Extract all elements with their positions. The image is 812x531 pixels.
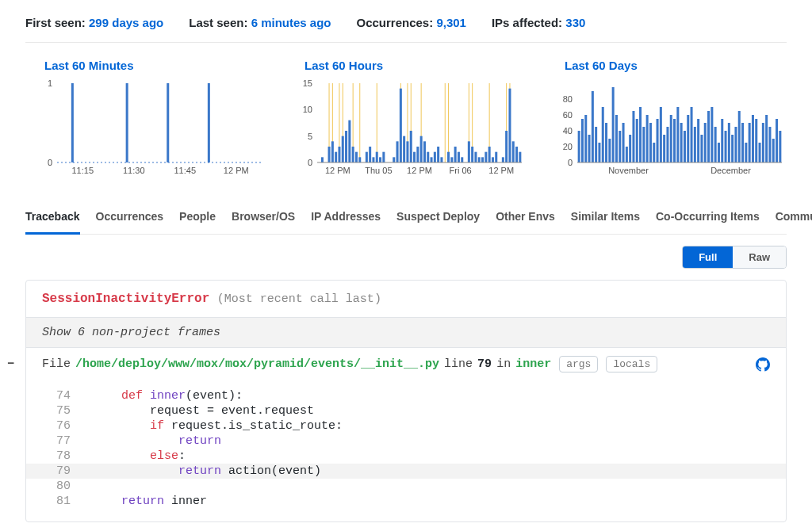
view-raw-button[interactable]: Raw <box>733 246 786 268</box>
first-seen-value[interactable]: 299 days ago <box>89 16 163 29</box>
github-icon[interactable] <box>756 357 770 372</box>
args-button[interactable]: args <box>559 356 598 372</box>
tab-co-occurring-items[interactable]: Co-Occurring Items <box>656 201 760 234</box>
svg-rect-106 <box>612 87 615 162</box>
svg-rect-139 <box>725 131 727 162</box>
svg-rect-97 <box>581 119 584 162</box>
svg-rect-56 <box>413 152 416 162</box>
svg-rect-122 <box>666 127 668 162</box>
svg-rect-107 <box>615 115 618 162</box>
svg-rect-43 <box>358 157 361 162</box>
code-line: 81 return inner <box>26 494 786 509</box>
svg-rect-155 <box>779 131 781 162</box>
tab-occurrences[interactable]: Occurrences <box>96 201 164 234</box>
svg-rect-153 <box>772 139 775 162</box>
svg-rect-62 <box>434 152 436 162</box>
svg-text:12 PM: 12 PM <box>224 166 249 175</box>
svg-rect-114 <box>639 107 642 162</box>
svg-rect-82 <box>512 141 515 162</box>
traceback-header: SessionInactivityError (Most recent call… <box>26 281 786 318</box>
svg-rect-132 <box>700 135 703 162</box>
chart-title: Last 60 Days <box>546 59 787 72</box>
svg-rect-148 <box>755 119 757 162</box>
svg-rect-64 <box>440 157 442 162</box>
tab-browser-os[interactable]: Browser/OS <box>232 201 295 234</box>
show-nonproject-frames[interactable]: Show 6 non-project frames <box>26 318 786 348</box>
ips-label: IPs affected: <box>492 16 562 29</box>
svg-rect-60 <box>427 152 429 162</box>
svg-rect-37 <box>338 147 340 162</box>
svg-rect-73 <box>478 157 481 162</box>
svg-text:80: 80 <box>563 94 573 104</box>
svg-rect-39 <box>345 131 347 162</box>
svg-rect-120 <box>660 107 662 162</box>
svg-rect-123 <box>670 115 672 162</box>
svg-rect-72 <box>474 152 477 162</box>
svg-rect-46 <box>372 157 374 162</box>
tab-other-envs[interactable]: Other Envs <box>496 201 555 234</box>
svg-rect-154 <box>776 119 778 162</box>
stat-ips: IPs affected: 330 <box>492 16 585 29</box>
svg-text:15: 15 <box>303 78 312 88</box>
code-line: 74 def inner(event): <box>26 388 786 403</box>
code-text: return <box>93 434 221 448</box>
stat-last-seen: Last seen: 6 minutes ago <box>189 16 331 29</box>
svg-rect-83 <box>515 147 518 162</box>
svg-rect-151 <box>765 115 768 162</box>
code-text: else: <box>93 449 186 463</box>
line-number: 80 <box>42 479 71 493</box>
chart-hours: Last 60 Hours 05101512 PMThu 0512 PMFri … <box>285 59 527 181</box>
code-block: 74 def inner(event): 75 request = event.… <box>26 380 786 521</box>
svg-rect-141 <box>731 135 733 162</box>
svg-rect-42 <box>355 152 358 162</box>
svg-rect-65 <box>447 152 450 162</box>
svg-rect-110 <box>626 147 628 162</box>
ips-value[interactable]: 330 <box>565 16 585 29</box>
svg-rect-116 <box>646 115 649 162</box>
svg-text:5: 5 <box>308 132 312 141</box>
svg-rect-127 <box>684 131 686 162</box>
tab-similar-items[interactable]: Similar Items <box>571 201 640 234</box>
svg-rect-99 <box>588 135 591 162</box>
tab-people[interactable]: People <box>179 201 216 234</box>
last-seen-value[interactable]: 6 minutes ago <box>251 16 331 29</box>
svg-text:0: 0 <box>308 158 312 167</box>
svg-rect-111 <box>629 135 631 162</box>
svg-text:12 PM: 12 PM <box>325 166 350 175</box>
svg-text:0: 0 <box>48 158 52 167</box>
tab-traceback[interactable]: Traceback <box>25 201 80 235</box>
svg-rect-126 <box>680 123 683 162</box>
svg-rect-124 <box>673 119 676 162</box>
frame-header: − File /home/deploy/www/mox/mox/pyramid/… <box>26 348 786 380</box>
last-seen-label: Last seen: <box>189 16 247 29</box>
view-full-button[interactable]: Full <box>683 246 733 268</box>
svg-rect-70 <box>468 141 470 162</box>
collapse-icon[interactable]: − <box>7 357 14 371</box>
svg-text:11:15: 11:15 <box>71 166 94 175</box>
tab-ip-addresses[interactable]: IP Addresses <box>311 201 381 234</box>
code-line: 77 return <box>26 434 786 449</box>
tab-community-solutions[interactable]: Community Solutions <box>776 201 812 234</box>
svg-rect-100 <box>592 91 594 162</box>
code-text: request = event.request <box>93 404 314 418</box>
svg-rect-152 <box>768 127 771 162</box>
svg-text:12 PM: 12 PM <box>488 166 514 175</box>
code-text: if request.is_static_route: <box>93 419 343 433</box>
svg-rect-5 <box>208 83 210 162</box>
svg-rect-54 <box>406 141 408 162</box>
view-toggle: Full Raw <box>682 246 787 269</box>
chart-title: Last 60 Hours <box>285 59 527 72</box>
svg-rect-66 <box>450 157 453 162</box>
svg-rect-80 <box>505 131 508 162</box>
file-label: File <box>42 357 71 371</box>
svg-rect-101 <box>595 127 597 162</box>
svg-text:11:45: 11:45 <box>174 166 196 175</box>
svg-rect-128 <box>687 115 689 162</box>
tab-suspect-deploy[interactable]: Suspect Deploy <box>396 201 480 234</box>
svg-rect-146 <box>749 123 751 162</box>
svg-rect-75 <box>485 152 487 162</box>
svg-rect-48 <box>379 157 381 162</box>
line-number: 79 <box>42 464 71 478</box>
occurrences-value[interactable]: 9,301 <box>436 16 466 29</box>
locals-button[interactable]: locals <box>606 356 657 372</box>
